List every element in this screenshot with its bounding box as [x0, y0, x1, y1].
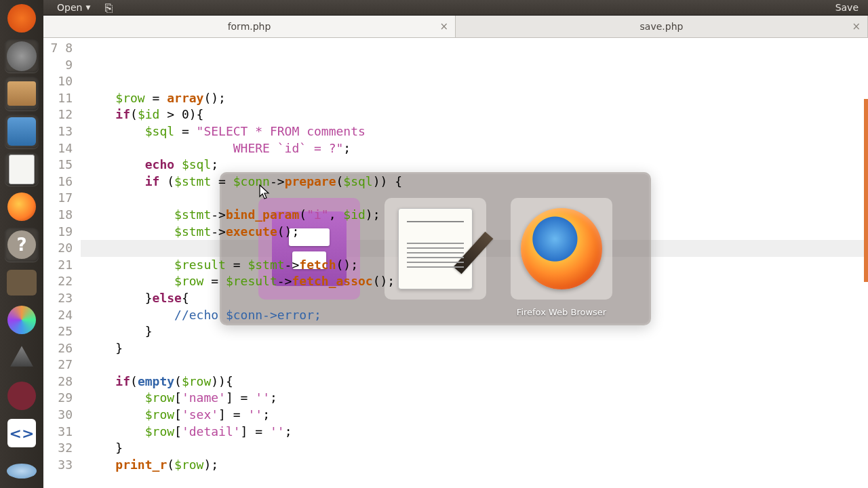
launcher-help[interactable]: ?: [5, 228, 39, 262]
unity-launcher: ? <>: [0, 0, 43, 488]
line-number-gutter: 7 8 9 10 11 12 13 14 15 16 17 18 19 20 2…: [43, 38, 81, 488]
launcher-firefox[interactable]: [5, 190, 39, 224]
wine-icon: [7, 382, 36, 410]
launcher-gimp[interactable]: [5, 266, 39, 300]
launcher-text-editor[interactable]: [5, 152, 39, 186]
open-label: Open: [57, 2, 82, 13]
tab-label: save.php: [640, 21, 684, 32]
dolphin-icon: [7, 117, 36, 146]
launcher-files[interactable]: [5, 77, 39, 110]
tab-save-php[interactable]: save.php ×: [456, 16, 868, 37]
launcher-color[interactable]: [5, 304, 39, 338]
close-icon[interactable]: ×: [439, 20, 448, 33]
tab-label: form.php: [228, 21, 271, 32]
new-document-button[interactable]: ⎘: [105, 1, 113, 15]
help-icon: ?: [7, 230, 36, 259]
chevron-down-icon: ▼: [85, 4, 90, 11]
gimp-icon: [7, 270, 37, 296]
launcher-inkscape[interactable]: [5, 341, 39, 375]
editor-toolbar: Open ▼ ⎘ Save: [43, 0, 868, 16]
gear-icon: [7, 41, 37, 71]
code-area[interactable]: $row = array(); if($id > 0){ $sql = "SEL…: [81, 38, 868, 488]
launcher-disc[interactable]: [5, 454, 39, 488]
color-icon: [7, 306, 36, 334]
code-editor[interactable]: 7 8 9 10 11 12 13 14 15 16 17 18 19 20 2…: [43, 38, 868, 488]
firefox-icon: [7, 192, 36, 221]
tab-form-php[interactable]: form.php ×: [43, 16, 456, 37]
files-icon: [7, 81, 36, 106]
launcher-wine[interactable]: [5, 379, 39, 413]
open-button[interactable]: Open ▼: [50, 0, 97, 15]
ubuntu-icon: [7, 4, 36, 33]
launcher-settings[interactable]: [5, 39, 39, 73]
disc-icon: [7, 464, 37, 479]
close-icon[interactable]: ×: [852, 20, 861, 33]
launcher-dolphin[interactable]: [5, 115, 39, 148]
bluefish-icon: <>: [7, 419, 36, 447]
launcher-ubuntu[interactable]: [5, 1, 39, 35]
editor-tabs: form.php × save.php ×: [43, 16, 868, 38]
text-editor-icon: [9, 155, 35, 184]
inkscape-icon: [7, 344, 36, 372]
save-button[interactable]: Save: [826, 0, 868, 15]
code-content: $row = array(); if($id > 0){ $sql = "SEL…: [86, 73, 868, 488]
launcher-bluefish[interactable]: <>: [5, 417, 39, 451]
